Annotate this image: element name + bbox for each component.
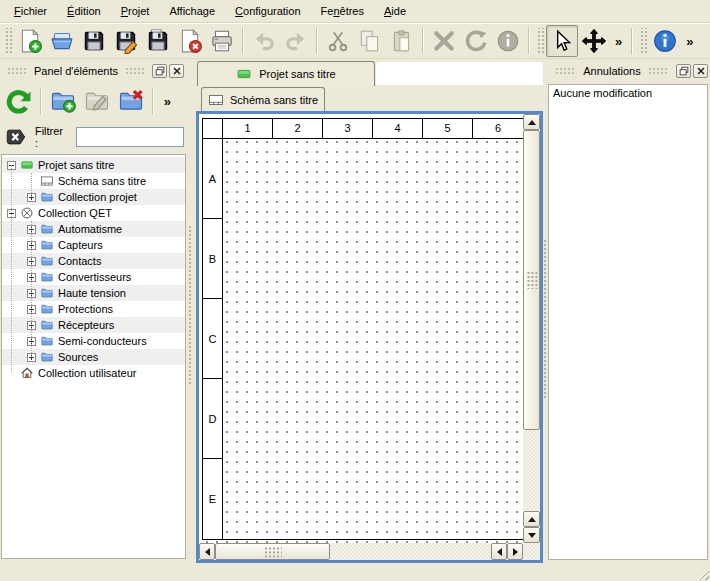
horizontal-scrollbar[interactable] bbox=[199, 543, 523, 560]
open-icon bbox=[49, 28, 75, 54]
save-button[interactable] bbox=[78, 25, 110, 57]
panel-toolbar-overflow-button[interactable]: » bbox=[159, 94, 176, 109]
elements-panel-close-button[interactable] bbox=[169, 64, 184, 78]
select-mode-button[interactable] bbox=[546, 25, 578, 57]
close-icon bbox=[695, 65, 707, 77]
tree-item-collection-projet[interactable]: Collection projet bbox=[2, 189, 185, 205]
menu-edition[interactable]: Édition bbox=[57, 0, 111, 22]
tree-item-semi-conducteurs[interactable]: Semi-conducteurs bbox=[2, 333, 185, 349]
home-icon-slot bbox=[20, 366, 34, 380]
tree-item-collection-utilisateur[interactable]: Collection utilisateur bbox=[2, 365, 185, 381]
folder-icon-slot bbox=[40, 350, 54, 364]
grid-column-header: 6 bbox=[473, 119, 523, 139]
left-splitter[interactable] bbox=[186, 59, 196, 581]
rotate-button[interactable] bbox=[460, 25, 492, 57]
pan-mode-button[interactable] bbox=[578, 25, 610, 57]
reload-collections-button[interactable] bbox=[2, 84, 36, 118]
redo-button[interactable] bbox=[280, 25, 312, 57]
tree-item-automatisme[interactable]: Automatisme bbox=[2, 221, 185, 237]
tab-schema-sans-titre[interactable]: Schéma sans titre bbox=[201, 87, 325, 111]
print-button[interactable] bbox=[206, 25, 238, 57]
grid-body: ABCDE bbox=[203, 139, 523, 539]
menu-projet[interactable]: Projet bbox=[111, 0, 160, 22]
toolbar-overflow-1-button[interactable]: » bbox=[610, 34, 627, 49]
diagram-canvas[interactable]: 123456 ABCDE bbox=[199, 114, 523, 543]
undo-history-list[interactable]: Aucune modification bbox=[548, 84, 708, 560]
delete-category-button[interactable] bbox=[114, 84, 148, 118]
triangle-left-icon bbox=[205, 548, 210, 556]
tree-item-schema-sans-titre[interactable]: Schéma sans titre bbox=[2, 173, 185, 189]
folder-icon bbox=[40, 238, 54, 252]
cut-button[interactable] bbox=[322, 25, 354, 57]
scroll-down-button[interactable] bbox=[523, 527, 540, 543]
doc-close-icon bbox=[177, 28, 203, 54]
folder-icon-slot bbox=[40, 318, 54, 332]
new-document-button[interactable] bbox=[14, 25, 46, 57]
tree-item-contacts[interactable]: Contacts bbox=[2, 253, 185, 269]
toolbar-overflow-2-button[interactable]: » bbox=[681, 34, 698, 49]
delete-button[interactable] bbox=[428, 25, 460, 57]
tree-item-haute-tension[interactable]: Haute tension bbox=[2, 285, 185, 301]
clear-filter-button[interactable] bbox=[4, 126, 28, 148]
tree-item-collection-qet[interactable]: Collection QET bbox=[2, 205, 185, 221]
edit-category-button[interactable] bbox=[80, 84, 114, 118]
folder-icon-slot bbox=[40, 238, 54, 252]
tree-item-protections[interactable]: Protections bbox=[2, 301, 185, 317]
undo-icon bbox=[251, 28, 277, 54]
tree-item-label: Protections bbox=[58, 303, 113, 315]
menu-configuration[interactable]: Configuration bbox=[225, 0, 310, 22]
copy-button[interactable] bbox=[354, 25, 386, 57]
tree-item-capteurs[interactable]: Capteurs bbox=[2, 237, 185, 253]
undo-panel-close-button[interactable] bbox=[693, 64, 708, 78]
tree-item-label: Convertisseurs bbox=[58, 271, 131, 283]
toolbar-separator bbox=[631, 28, 633, 54]
close-document-button[interactable] bbox=[174, 25, 206, 57]
horizontal-scroll-thumb[interactable] bbox=[215, 543, 330, 560]
folder-icon bbox=[40, 350, 54, 364]
new-category-button[interactable] bbox=[46, 84, 80, 118]
folder-icon-slot bbox=[40, 270, 54, 284]
grid-column-header: 2 bbox=[273, 119, 323, 139]
tree-item-recepteurs[interactable]: Récepteurs bbox=[2, 317, 185, 333]
tree-item-label: Haute tension bbox=[58, 287, 126, 299]
save-as-button[interactable] bbox=[110, 25, 142, 57]
toolbar-grip[interactable] bbox=[4, 28, 12, 54]
horizontal-scroll-track[interactable] bbox=[330, 543, 491, 560]
toolbar-grip[interactable] bbox=[639, 28, 647, 54]
home-icon bbox=[20, 366, 34, 380]
grid-row-label: D bbox=[203, 379, 222, 459]
filter-input[interactable] bbox=[76, 127, 184, 147]
paste-button[interactable] bbox=[386, 25, 418, 57]
save-all-button[interactable] bbox=[142, 25, 174, 57]
toolbar-separator bbox=[316, 28, 318, 54]
scroll-left-button[interactable] bbox=[199, 543, 215, 560]
dock-grip-texture bbox=[648, 67, 669, 75]
thumb-grip-icon bbox=[526, 271, 537, 289]
filter-row: Filtrer : bbox=[4, 125, 184, 149]
menu-fichier[interactable]: Fichier bbox=[4, 0, 57, 22]
undo-button[interactable] bbox=[248, 25, 280, 57]
tab-projet-sans-titre[interactable]: Projet sans titre bbox=[197, 61, 375, 86]
vertical-scroll-thumb[interactable] bbox=[523, 130, 540, 430]
tree-item-convertisseurs[interactable]: Convertisseurs bbox=[2, 269, 185, 285]
elements-panel-float-button[interactable] bbox=[152, 64, 167, 78]
thumb-grip-icon bbox=[264, 546, 282, 557]
menu-fenetres[interactable]: Fenêtres bbox=[311, 0, 374, 22]
menu-aide[interactable]: Aide bbox=[374, 0, 416, 22]
diagram-view[interactable]: 123456 ABCDE bbox=[196, 111, 543, 563]
open-document-button[interactable] bbox=[46, 25, 78, 57]
tree-item-projet-sans-titre[interactable]: Projet sans titre bbox=[2, 157, 185, 173]
scroll-up-button-2[interactable] bbox=[523, 511, 540, 527]
scroll-left-button-2[interactable] bbox=[491, 543, 507, 560]
scroll-up-button[interactable] bbox=[523, 114, 540, 130]
vertical-scrollbar[interactable] bbox=[523, 114, 540, 543]
menu-affichage[interactable]: Affichage bbox=[159, 0, 225, 22]
refresh-icon bbox=[5, 87, 33, 115]
undo-panel-float-button[interactable] bbox=[676, 64, 691, 78]
about-qet-button[interactable] bbox=[649, 25, 681, 57]
scroll-right-button[interactable] bbox=[507, 543, 523, 560]
vertical-scroll-track[interactable] bbox=[523, 430, 540, 511]
toolbar-grip[interactable] bbox=[536, 28, 544, 54]
element-info-button[interactable] bbox=[492, 25, 524, 57]
tree-item-sources[interactable]: Sources bbox=[2, 349, 185, 365]
